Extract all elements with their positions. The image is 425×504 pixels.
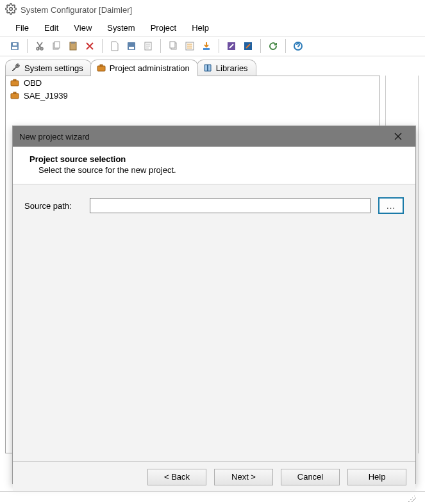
svg-rect-23 — [13, 79, 16, 81]
tab-label: Project administration — [110, 63, 190, 73]
purple-tool-icon[interactable] — [224, 38, 239, 54]
toolbar-separator — [27, 39, 28, 53]
svg-rect-21 — [100, 65, 103, 66]
svg-rect-3 — [13, 43, 17, 45]
window-title: System Configurator [Daimler] — [21, 5, 132, 15]
svg-rect-16 — [203, 48, 210, 50]
tab-libraries[interactable]: Libraries — [197, 60, 256, 76]
dialog-header: Project source selection Select the sour… — [13, 147, 415, 184]
menu-bar: File Edit View System Project Help — [0, 19, 425, 36]
menu-project[interactable]: Project — [144, 21, 183, 35]
status-bar — [0, 491, 425, 504]
menu-file[interactable]: File — [9, 21, 35, 35]
back-button[interactable]: < Back — [147, 469, 206, 485]
tab-label: System settings — [24, 63, 83, 73]
dialog-title-bar: New project wizard — [13, 126, 415, 147]
download-icon[interactable] — [199, 38, 214, 54]
menu-edit[interactable]: Edit — [38, 21, 65, 35]
list-icon[interactable] — [182, 38, 197, 54]
tab-strip: System settings Project administration L… — [0, 56, 425, 76]
tab-label: Libraries — [216, 63, 248, 73]
blue-tool-icon[interactable] — [240, 38, 256, 54]
tab-system-settings[interactable]: System settings — [5, 60, 92, 76]
briefcase-icon — [10, 77, 20, 88]
browse-button[interactable]: ... — [378, 197, 404, 214]
tree-item-label: OBD — [24, 78, 42, 88]
book-icon — [203, 63, 213, 73]
source-path-input[interactable] — [90, 198, 371, 213]
resize-grip-icon[interactable] — [408, 494, 416, 502]
svg-rect-25 — [13, 92, 16, 93]
toolbar-separator — [219, 39, 219, 53]
menu-system[interactable]: System — [101, 21, 141, 35]
wrench-icon — [11, 63, 21, 73]
svg-rect-20 — [97, 66, 105, 71]
next-button[interactable]: Next > — [214, 469, 273, 485]
toolbar-separator — [160, 39, 161, 53]
new-project-wizard-dialog: New project wizard Project source select… — [12, 126, 416, 484]
svg-rect-11 — [129, 47, 134, 49]
title-bar: System Configurator [Daimler] — [0, 0, 425, 19]
refresh-icon[interactable] — [265, 38, 281, 54]
svg-rect-24 — [11, 93, 19, 99]
pages-icon[interactable] — [165, 38, 181, 54]
svg-rect-7 — [54, 42, 60, 48]
cut-icon[interactable] — [32, 38, 47, 54]
dialog-headline: Project source selection — [29, 154, 403, 164]
briefcase-icon — [96, 63, 106, 73]
dialog-title: New project wizard — [19, 132, 90, 142]
svg-point-0 — [10, 7, 13, 10]
close-icon — [394, 133, 402, 140]
page-icon[interactable] — [140, 38, 156, 54]
help-button[interactable]: Help — [347, 469, 406, 485]
source-path-label: Source path: — [24, 201, 82, 211]
close-button[interactable] — [387, 129, 409, 144]
save-doc-icon[interactable] — [124, 38, 139, 54]
copy-icon[interactable] — [49, 38, 64, 54]
help-icon[interactable] — [290, 38, 306, 54]
svg-rect-9 — [71, 42, 75, 44]
tree-item-obd[interactable]: OBD — [6, 76, 379, 89]
delete-icon[interactable] — [82, 38, 97, 54]
cancel-button[interactable]: Cancel — [281, 469, 340, 485]
tree-item-label: SAE_J1939 — [24, 91, 68, 101]
toolbar — [0, 36, 425, 56]
dialog-subline: Select the source for the new project. — [29, 165, 403, 175]
svg-rect-2 — [12, 47, 17, 49]
save-icon[interactable] — [7, 38, 22, 54]
menu-view[interactable]: View — [67, 21, 98, 35]
new-doc-icon[interactable] — [107, 38, 122, 54]
dialog-footer: < Back Next > Cancel Help — [13, 461, 415, 492]
gear-icon — [5, 3, 21, 17]
toolbar-separator — [102, 39, 103, 53]
dialog-body: Source path: ... — [13, 184, 415, 461]
toolbar-separator — [260, 39, 261, 53]
briefcase-icon — [10, 90, 20, 101]
svg-rect-22 — [11, 81, 19, 86]
toolbar-separator — [285, 39, 286, 53]
tab-project-administration[interactable]: Project administration — [90, 60, 198, 76]
paste-icon[interactable] — [65, 38, 81, 54]
svg-rect-14 — [170, 42, 175, 48]
tree-item-sae-j1939[interactable]: SAE_J1939 — [6, 89, 379, 102]
menu-help[interactable]: Help — [185, 21, 215, 35]
